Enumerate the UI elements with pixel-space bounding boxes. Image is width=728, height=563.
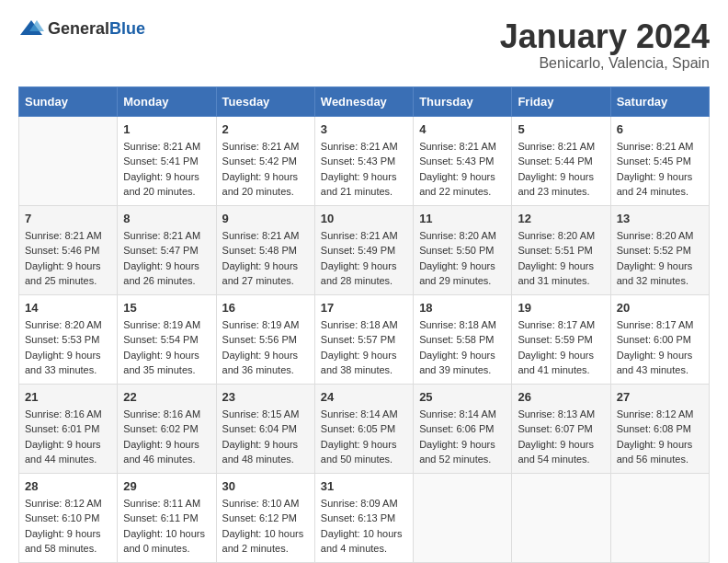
day-info: Sunrise: 8:19 AM Sunset: 5:56 PM Dayligh… [222, 317, 309, 378]
calendar-cell: 2Sunrise: 8:21 AM Sunset: 5:42 PM Daylig… [216, 116, 314, 205]
weekday-header-saturday: Saturday [610, 86, 709, 116]
calendar-cell: 13Sunrise: 8:20 AM Sunset: 5:52 PM Dayli… [610, 205, 709, 294]
location-title: Benicarlo, Valencia, Spain [500, 55, 710, 72]
weekday-header-wednesday: Wednesday [314, 86, 413, 116]
day-info: Sunrise: 8:14 AM Sunset: 6:05 PM Dayligh… [321, 407, 407, 467]
day-info: Sunrise: 8:10 AM Sunset: 6:12 PM Dayligh… [222, 496, 309, 557]
calendar-cell: 28Sunrise: 8:12 AM Sunset: 6:10 PM Dayli… [19, 473, 118, 562]
weekday-header-monday: Monday [118, 86, 216, 116]
weekday-header-sunday: Sunday [19, 86, 118, 116]
calendar-cell: 3Sunrise: 8:21 AM Sunset: 5:43 PM Daylig… [314, 116, 413, 205]
day-info: Sunrise: 8:13 AM Sunset: 6:07 PM Dayligh… [518, 407, 604, 467]
logo-general: General [48, 19, 109, 38]
day-info: Sunrise: 8:21 AM Sunset: 5:41 PM Dayligh… [123, 139, 210, 200]
calendar-cell: 21Sunrise: 8:16 AM Sunset: 6:01 PM Dayli… [19, 384, 118, 473]
calendar-cell: 27Sunrise: 8:12 AM Sunset: 6:08 PM Dayli… [610, 384, 709, 473]
day-number: 16 [222, 301, 309, 315]
page-header: GeneralBlue January 2024 Benicarlo, Vale… [18, 18, 710, 72]
day-number: 17 [321, 301, 407, 315]
day-number: 9 [222, 212, 309, 225]
day-number: 11 [419, 212, 506, 225]
week-row-5: 28Sunrise: 8:12 AM Sunset: 6:10 PM Dayli… [19, 473, 710, 562]
calendar-cell: 9Sunrise: 8:21 AM Sunset: 5:48 PM Daylig… [216, 205, 314, 294]
month-title: January 2024 [500, 18, 710, 55]
calendar-cell: 26Sunrise: 8:13 AM Sunset: 6:07 PM Dayli… [512, 384, 610, 473]
calendar-cell: 18Sunrise: 8:18 AM Sunset: 5:58 PM Dayli… [414, 294, 512, 384]
day-number: 4 [419, 122, 506, 136]
title-block: January 2024 Benicarlo, Valencia, Spain [500, 18, 710, 72]
calendar-cell [19, 116, 118, 205]
weekday-header-thursday: Thursday [414, 86, 512, 116]
day-info: Sunrise: 8:09 AM Sunset: 6:13 PM Dayligh… [321, 496, 407, 557]
day-number: 1 [123, 122, 210, 136]
day-number: 15 [123, 301, 210, 315]
calendar-cell: 11Sunrise: 8:20 AM Sunset: 5:50 PM Dayli… [414, 205, 512, 294]
day-info: Sunrise: 8:20 AM Sunset: 5:50 PM Dayligh… [419, 228, 506, 289]
calendar-cell: 15Sunrise: 8:19 AM Sunset: 5:54 PM Dayli… [118, 294, 216, 384]
day-number: 27 [617, 390, 703, 404]
calendar-cell: 10Sunrise: 8:21 AM Sunset: 5:49 PM Dayli… [314, 205, 413, 294]
day-number: 29 [123, 479, 210, 493]
day-number: 28 [25, 479, 111, 493]
day-info: Sunrise: 8:20 AM Sunset: 5:52 PM Dayligh… [617, 228, 703, 289]
day-info: Sunrise: 8:12 AM Sunset: 6:08 PM Dayligh… [617, 407, 703, 467]
day-info: Sunrise: 8:14 AM Sunset: 6:06 PM Dayligh… [419, 407, 506, 467]
day-info: Sunrise: 8:21 AM Sunset: 5:45 PM Dayligh… [617, 139, 703, 200]
day-number: 2 [222, 122, 309, 136]
day-number: 10 [321, 212, 407, 225]
calendar-cell: 12Sunrise: 8:20 AM Sunset: 5:51 PM Dayli… [512, 205, 610, 294]
calendar-cell: 8Sunrise: 8:21 AM Sunset: 5:47 PM Daylig… [118, 205, 216, 294]
day-number: 12 [518, 212, 604, 225]
weekday-header-row: SundayMondayTuesdayWednesdayThursdayFrid… [19, 86, 710, 116]
calendar-cell [512, 473, 610, 562]
day-info: Sunrise: 8:16 AM Sunset: 6:02 PM Dayligh… [123, 407, 210, 467]
day-info: Sunrise: 8:15 AM Sunset: 6:04 PM Dayligh… [222, 407, 309, 467]
calendar-cell: 23Sunrise: 8:15 AM Sunset: 6:04 PM Dayli… [216, 384, 314, 473]
day-number: 19 [518, 301, 604, 315]
week-row-1: 1Sunrise: 8:21 AM Sunset: 5:41 PM Daylig… [19, 116, 710, 205]
week-row-4: 21Sunrise: 8:16 AM Sunset: 6:01 PM Dayli… [19, 384, 710, 473]
calendar-cell: 19Sunrise: 8:17 AM Sunset: 5:59 PM Dayli… [512, 294, 610, 384]
calendar-cell: 30Sunrise: 8:10 AM Sunset: 6:12 PM Dayli… [216, 473, 314, 562]
calendar-cell [610, 473, 709, 562]
day-info: Sunrise: 8:16 AM Sunset: 6:01 PM Dayligh… [25, 407, 111, 467]
day-info: Sunrise: 8:17 AM Sunset: 6:00 PM Dayligh… [617, 317, 703, 378]
day-number: 23 [222, 390, 309, 404]
day-info: Sunrise: 8:11 AM Sunset: 6:11 PM Dayligh… [123, 496, 210, 557]
calendar-cell: 22Sunrise: 8:16 AM Sunset: 6:02 PM Dayli… [118, 384, 216, 473]
day-info: Sunrise: 8:21 AM Sunset: 5:49 PM Dayligh… [321, 228, 407, 289]
day-number: 7 [25, 212, 111, 225]
day-number: 24 [321, 390, 407, 404]
calendar-cell: 14Sunrise: 8:20 AM Sunset: 5:53 PM Dayli… [19, 294, 118, 384]
calendar-cell: 16Sunrise: 8:19 AM Sunset: 5:56 PM Dayli… [216, 294, 314, 384]
calendar-cell: 24Sunrise: 8:14 AM Sunset: 6:05 PM Dayli… [314, 384, 413, 473]
calendar-cell: 1Sunrise: 8:21 AM Sunset: 5:41 PM Daylig… [118, 116, 216, 205]
calendar-cell: 7Sunrise: 8:21 AM Sunset: 5:46 PM Daylig… [19, 205, 118, 294]
week-row-3: 14Sunrise: 8:20 AM Sunset: 5:53 PM Dayli… [19, 294, 710, 384]
day-info: Sunrise: 8:21 AM Sunset: 5:47 PM Dayligh… [123, 228, 210, 289]
calendar-cell: 20Sunrise: 8:17 AM Sunset: 6:00 PM Dayli… [610, 294, 709, 384]
day-info: Sunrise: 8:18 AM Sunset: 5:58 PM Dayligh… [419, 317, 506, 378]
day-number: 26 [518, 390, 604, 404]
calendar-cell: 17Sunrise: 8:18 AM Sunset: 5:57 PM Dayli… [314, 294, 413, 384]
day-number: 6 [617, 122, 703, 136]
day-info: Sunrise: 8:20 AM Sunset: 5:51 PM Dayligh… [518, 228, 604, 289]
day-number: 30 [222, 479, 309, 493]
day-info: Sunrise: 8:20 AM Sunset: 5:53 PM Dayligh… [25, 317, 111, 378]
calendar-cell: 25Sunrise: 8:14 AM Sunset: 6:06 PM Dayli… [414, 384, 512, 473]
calendar-cell: 31Sunrise: 8:09 AM Sunset: 6:13 PM Dayli… [314, 473, 413, 562]
day-info: Sunrise: 8:18 AM Sunset: 5:57 PM Dayligh… [321, 317, 407, 378]
day-number: 20 [617, 301, 703, 315]
day-number: 31 [321, 479, 407, 493]
day-number: 14 [25, 301, 111, 315]
day-info: Sunrise: 8:19 AM Sunset: 5:54 PM Dayligh… [123, 317, 210, 378]
day-number: 3 [321, 122, 407, 136]
weekday-header-friday: Friday [512, 86, 610, 116]
day-info: Sunrise: 8:21 AM Sunset: 5:44 PM Dayligh… [518, 139, 604, 200]
calendar-cell: 6Sunrise: 8:21 AM Sunset: 5:45 PM Daylig… [610, 116, 709, 205]
calendar-cell: 4Sunrise: 8:21 AM Sunset: 5:43 PM Daylig… [414, 116, 512, 205]
calendar-cell: 29Sunrise: 8:11 AM Sunset: 6:11 PM Dayli… [118, 473, 216, 562]
logo-icon [18, 18, 44, 39]
weekday-header-tuesday: Tuesday [216, 86, 314, 116]
day-info: Sunrise: 8:21 AM Sunset: 5:43 PM Dayligh… [419, 139, 506, 200]
